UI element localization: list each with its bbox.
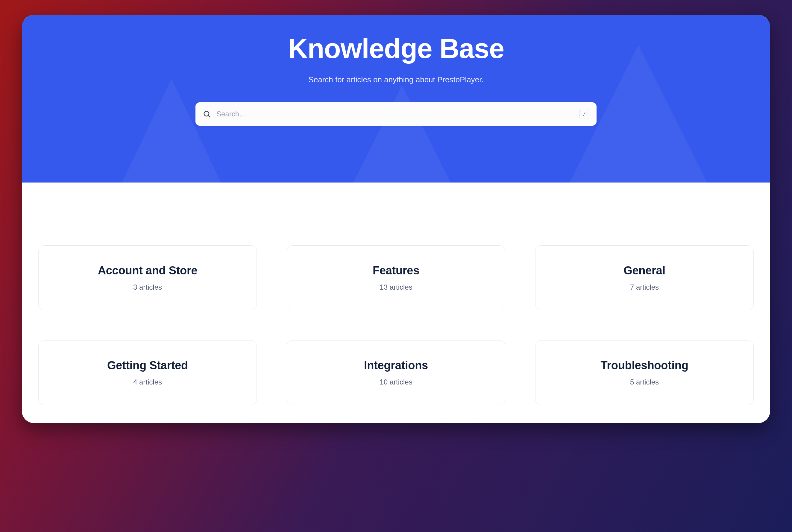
search-shortcut-hint: / — [579, 109, 589, 119]
category-article-count: 13 articles — [299, 283, 493, 291]
category-article-count: 5 articles — [547, 378, 741, 386]
category-article-count: 7 articles — [547, 283, 741, 291]
category-card-troubleshooting[interactable]: Troubleshooting 5 articles — [535, 340, 754, 405]
page-subtitle: Search for articles on anything about Pr… — [34, 75, 758, 84]
category-title: Features — [299, 264, 493, 277]
knowledge-base-page: Knowledge Base Search for articles on an… — [22, 15, 770, 423]
categories-section: Account and Store 3 articles Features 13… — [22, 183, 770, 423]
category-card-account-and-store[interactable]: Account and Store 3 articles — [38, 245, 257, 310]
search-icon — [203, 110, 211, 118]
category-card-general[interactable]: General 7 articles — [535, 245, 754, 310]
category-title: Integrations — [299, 359, 493, 372]
search-container: / — [195, 102, 597, 126]
category-card-integrations[interactable]: Integrations 10 articles — [287, 340, 505, 405]
svg-line-1 — [208, 115, 210, 117]
search-bar[interactable]: / — [195, 102, 597, 126]
hero-section: Knowledge Base Search for articles on an… — [22, 15, 770, 183]
category-title: General — [547, 264, 741, 277]
category-title: Getting Started — [51, 359, 245, 372]
category-card-features[interactable]: Features 13 articles — [287, 245, 505, 310]
search-input[interactable] — [216, 110, 574, 118]
category-article-count: 10 articles — [299, 378, 493, 386]
categories-grid: Account and Store 3 articles Features 13… — [38, 245, 754, 405]
page-title: Knowledge Base — [34, 33, 758, 64]
category-title: Troubleshooting — [547, 359, 741, 372]
category-card-getting-started[interactable]: Getting Started 4 articles — [38, 340, 257, 405]
category-article-count: 4 articles — [51, 378, 245, 386]
category-article-count: 3 articles — [51, 283, 245, 291]
category-title: Account and Store — [51, 264, 245, 277]
